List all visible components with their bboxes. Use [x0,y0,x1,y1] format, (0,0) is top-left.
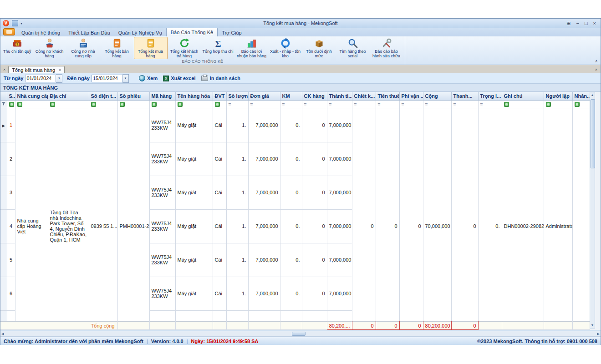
col-header-ten-hang-hoa[interactable]: Tên hàng hóa [175,92,213,101]
cell-ten-hang-hoa[interactable]: Máy giặt [175,277,213,310]
quick-access-icon[interactable] [12,20,18,26]
scroll-left-icon[interactable]: ◀ [1,332,4,336]
cell-ten-hang-hoa[interactable]: Máy giặt [175,142,213,176]
cell-thanh-toan[interactable]: 0 [451,108,478,321]
cell-thanh-tien[interactable]: 7,000,000 [327,209,352,243]
col-header-nhan-vien[interactable]: Nhân... [572,92,590,101]
cell-cong[interactable]: 70,000,000 [423,108,451,321]
ribbon-button-bao-cao-loi-nhuan[interactable]: Báo cáo lợi nhuận bán hàng [235,37,269,59]
filter-cell-ma-hang[interactable] [149,101,175,108]
filter-cell-thanh-toan[interactable]: = [451,101,478,108]
filter-cell-dvt[interactable] [213,101,226,108]
export-excel-button[interactable]: X Xuất excel [163,76,195,81]
doc-tab-close-left-icon[interactable]: × [2,67,7,73]
col-header-chiet-khau[interactable]: Chiết k... [352,92,376,101]
cell-ten-hang-hoa[interactable]: Máy giặt [175,243,213,277]
cell-don-gia[interactable]: 7,000,000 [248,209,280,243]
cell-don-gia[interactable]: 7,000,000 [248,176,280,209]
view-button[interactable]: Xem [139,75,158,81]
ribbon-tab-quan-ly-nghiep-vu[interactable]: Quản Lý Nghiệp Vụ [114,29,166,36]
filter-cell-ten-hang-hoa[interactable] [175,101,213,108]
cell-thanh-tien[interactable]: 7,000,000 [327,243,352,277]
cell-ck-hang[interactable]: 0 [302,209,327,243]
filter-cell-tien-thue[interactable]: = [376,101,399,108]
filter-cell-phi-van-chuyen[interactable]: = [399,101,423,108]
col-header-don-gia[interactable]: Đơn giá [248,92,280,101]
cell-dia-chi[interactable]: Tầng 03 Tòa nhà Indochina Park Tower, Số… [48,108,89,321]
col-header-phi-van-chuyen[interactable]: Phí vận ... [399,92,423,101]
col-header-cong[interactable]: Cộng [423,92,451,101]
vertical-scroll-thumb[interactable] [591,99,595,168]
cell-nguoi-lap[interactable]: Administrator [544,108,572,321]
filter-cell-so-dien-thoai[interactable] [89,101,117,108]
ribbon-tab-thiet-lap-ban-dau[interactable]: Thiết Lập Ban Đầu [64,29,114,36]
cell-phi-van-chuyen[interactable]: 0 [399,108,423,321]
ribbon-button-cong-no-khach-hang[interactable]: Công nợ khách hàng [33,37,66,59]
cell-ck-hang[interactable]: 0 [302,108,327,142]
filter-cell-so-phieu[interactable] [117,101,149,108]
cell-ten-hang-hoa[interactable]: Máy giặt [175,209,213,243]
horizontal-scrollbar[interactable]: ◀ ▶ [0,331,601,337]
filter-cell-thanh-tien[interactable]: = [327,101,352,108]
ribbon-button-cong-no-nha-cung-cap[interactable]: Công nợ nhà cung cấp [66,37,100,59]
cell-trong-luong[interactable]: 0. [478,108,502,321]
col-header-dvt[interactable]: ĐVT [213,92,226,101]
cell-don-gia[interactable]: 7,000,000 [248,310,280,321]
cell-ma-hang[interactable]: WW75J4233KW [149,310,175,321]
doc-tab-close-icon[interactable]: × [59,68,61,72]
cell-thanh-tien[interactable]: 7,000,000 [327,310,352,321]
cell-so-phieu[interactable]: PMH00001-2... [117,108,149,321]
ribbon-tab-tro-giup[interactable]: Trợ Giúp [218,29,245,36]
col-header-nguoi-lap[interactable]: Người lập [544,92,572,101]
col-header-so-phieu[interactable]: Số phiếu [117,92,149,101]
filter-cell-ck-hang[interactable]: = [302,101,327,108]
filter-cell-ghi-chu[interactable] [502,101,544,108]
cell-ma-hang[interactable]: WW75J4233KW [149,142,175,176]
doc-tab-close-right-icon[interactable]: × [594,67,599,73]
cell-dvt[interactable]: Cái [213,243,226,277]
col-header-dia-chi[interactable]: Địa chỉ [48,92,89,101]
filter-cell-cong[interactable]: = [423,101,451,108]
filter-cell-dia-chi[interactable] [48,101,89,108]
col-header-so-luong[interactable]: Số lượng [226,92,248,101]
col-header-nha-cung-cap[interactable]: Nhà cung cấp [15,92,48,101]
close-button[interactable]: × [593,20,596,26]
filter-cell-nha-cung-cap[interactable] [15,101,48,108]
ribbon-button-tim-hang-theo-serial[interactable]: Tìm hàng theo serial [336,37,370,59]
cell-stt[interactable]: 1 [7,108,15,142]
cell-ck-hang[interactable]: 0 [302,310,327,321]
quick-access-caret-icon[interactable]: ▾ [20,21,22,25]
ribbon-button-xuat-nhap-ton-kho[interactable]: Xuất - nhập - tồn kho [269,37,302,59]
cell-tien-thue[interactable]: 0 [376,108,399,321]
cell-ten-hang-hoa[interactable]: Máy giặt [175,310,213,321]
table-row[interactable]: ▶ 1 Nhà cung cấp Hoàng Việt Tầng 03 Tòa … [0,108,590,142]
cell-ck-hang[interactable]: 0 [302,176,327,209]
doc-tab-tong-ket-mua-hang[interactable]: Tổng kết mua hàng × [8,66,65,73]
from-date-dropdown-icon[interactable]: ▼ [56,74,62,83]
cell-ghi-chu[interactable]: DHN00002-290823 [502,108,544,321]
cell-so-luong[interactable]: 1. [226,142,248,176]
scroll-up-icon[interactable]: ▲ [591,92,594,98]
cell-so-luong[interactable]: 1. [226,209,248,243]
col-header-thanh-tien[interactable]: Thành ti... [327,92,352,101]
cell-so-luong[interactable]: 1. [226,176,248,209]
cell-ma-hang[interactable]: WW75J4233KW [149,277,175,310]
cell-stt[interactable]: 3 [7,176,15,209]
filter-cell-stt[interactable] [7,101,15,108]
cell-stt[interactable]: 2 [7,142,15,176]
cell-km[interactable]: 0. [280,277,302,310]
to-date-input[interactable] [92,75,122,82]
ribbon-button-tong-ket-ban-hang[interactable]: Tổng kết bán hàng [100,37,134,59]
filter-row-funnel-icon[interactable] [0,101,7,108]
cell-km[interactable]: 0. [280,243,302,277]
vertical-scrollbar[interactable]: ▲ ▼ [590,92,595,329]
cell-dvt[interactable]: Cái [213,142,226,176]
cell-ck-hang[interactable]: 0 [302,142,327,176]
horizontal-scroll-thumb[interactable] [292,332,306,336]
scroll-down-icon[interactable]: ▼ [591,323,594,328]
ribbon-collapse-chevron-icon[interactable]: ∧ [595,59,598,63]
cell-so-dien-thoai[interactable]: 0939 55 1... [89,108,117,321]
cell-km[interactable]: 0. [280,142,302,176]
cell-don-gia[interactable]: 7,000,000 [248,108,280,142]
scroll-right-icon[interactable]: ▶ [597,332,600,336]
